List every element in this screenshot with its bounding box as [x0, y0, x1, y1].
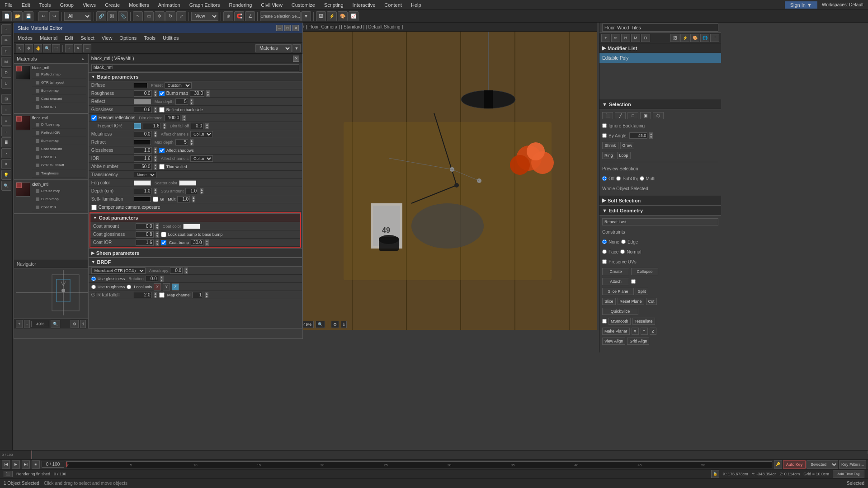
light-lister[interactable]: 💡	[1, 170, 11, 180]
coord-lock-btn[interactable]: 🔒	[711, 470, 719, 478]
menu-file[interactable]: File	[0, 1, 17, 9]
materials-list-content[interactable]: black_mtl Reflect map GTR tai layout Bum…	[14, 64, 88, 260]
mult-down[interactable]: ▼	[192, 199, 195, 202]
by-angle-input[interactable]	[629, 132, 647, 139]
menu-modifiers[interactable]: Modifiers	[124, 1, 154, 9]
rotate-btn[interactable]: ↻	[165, 11, 175, 21]
mat-thumb-2[interactable]	[16, 116, 30, 130]
mat-item-3[interactable]: cloth_mtl Diffuse map Bump map Coat IOR	[14, 180, 88, 214]
mat-item-2[interactable]: floor_mtl Diffuse map Reflect IOR Bump m…	[14, 114, 88, 180]
create-tool[interactable]: +	[1, 24, 11, 34]
motion-tool[interactable]: M	[1, 57, 11, 67]
mat-list-item-6[interactable]: Diffuse map	[32, 121, 86, 129]
slate-frame-btn[interactable]: ⬚	[52, 44, 60, 52]
rp-mat-btn[interactable]: 🎨	[690, 34, 699, 42]
vp-fit-btn[interactable]: 🔍	[316, 321, 325, 328]
quickslice-btn[interactable]: QuickSlice	[602, 308, 638, 315]
microfacet-dropdown[interactable]: Microfacet GTR (GGX)	[91, 267, 146, 274]
refract-color[interactable]	[134, 140, 151, 145]
reset-plane-btn[interactable]: Reset Plane	[618, 298, 644, 305]
bump-up[interactable]: ▲	[206, 90, 210, 94]
bump-map-input[interactable]	[190, 90, 204, 97]
slate-menu-options[interactable]: Options	[116, 34, 140, 42]
reflect-color[interactable]	[134, 99, 151, 104]
g2-up[interactable]: ▲	[154, 147, 157, 150]
mirror-tool[interactable]: ↔	[1, 105, 11, 115]
viewport-image[interactable]: 49 49% 🔍 ⚙ ℹ	[298, 32, 597, 330]
mat-list-item-10[interactable]: Coat IOR	[32, 153, 86, 161]
select-btn[interactable]: ↖	[133, 11, 143, 21]
sss-down[interactable]: ▼	[200, 191, 203, 194]
display-tool[interactable]: D	[1, 68, 11, 78]
rp-modify-btn[interactable]: ✏	[611, 34, 620, 42]
mat-list-item-13[interactable]: Diffuse map	[32, 187, 86, 195]
rp-more-btn[interactable]: ⋮	[710, 34, 719, 42]
by-angle-check[interactable]	[602, 133, 607, 138]
translucency-dropdown[interactable]: None	[134, 172, 156, 178]
md2-down[interactable]: ▼	[190, 142, 193, 145]
coat-bump-input[interactable]	[191, 239, 203, 246]
roughness-up[interactable]: ▲	[154, 90, 157, 94]
gi-check[interactable]	[153, 197, 158, 202]
gtr-spinner[interactable]: ▲ ▼	[154, 292, 157, 298]
aniso-spinner[interactable]: ▲ ▼	[184, 267, 188, 274]
align-tool[interactable]: ≡	[1, 116, 11, 126]
curve-tool[interactable]: ~	[1, 148, 11, 158]
slate-select-btn[interactable]: ↖	[16, 44, 24, 52]
menu-animation[interactable]: Animation	[154, 1, 185, 9]
coat-gloss-spinner[interactable]: ▲ ▼	[156, 231, 159, 238]
mat-list-item-2[interactable]: GTR tai layout	[32, 79, 86, 87]
abbe-spinner[interactable]: ▲ ▼	[154, 164, 157, 170]
mat-fit-btn[interactable]: 🔍	[51, 320, 60, 328]
selection-header[interactable]: ▼ Selection	[599, 99, 721, 109]
fresnel-check[interactable]	[91, 115, 97, 121]
maxd-down[interactable]: ▼	[190, 102, 193, 105]
menu-content[interactable]: Content	[380, 1, 406, 9]
split-btn[interactable]: Split	[636, 288, 648, 295]
thin-walled-check[interactable]	[159, 164, 165, 169]
ior-spinner[interactable]: ▲ ▼	[154, 155, 157, 162]
mat-list-item-1[interactable]: Reflect map	[32, 70, 86, 79]
mat-list-item-4[interactable]: Coat amount	[32, 95, 86, 103]
new-btn[interactable]: 📄	[2, 11, 12, 21]
lock-coat-check[interactable]	[161, 232, 166, 237]
select-region-btn[interactable]: ▭	[144, 11, 154, 21]
self-illum-color[interactable]	[134, 197, 151, 202]
x-axis-btn[interactable]: X	[154, 283, 161, 291]
close-btn[interactable]: ✕	[292, 25, 299, 31]
menu-civil-view[interactable]: Civil View	[256, 1, 287, 9]
dep-down[interactable]: ▼	[154, 191, 157, 194]
cut-btn[interactable]: Cut	[646, 298, 657, 305]
use-glossiness-radio[interactable]	[91, 277, 96, 281]
mult-up[interactable]: ▲	[192, 196, 195, 199]
ci-up[interactable]: ▲	[156, 239, 159, 243]
mult-input[interactable]	[177, 196, 190, 202]
depth-input[interactable]	[134, 188, 152, 194]
make-planar-btn[interactable]: Make Planar	[602, 328, 630, 335]
reflect-back-check[interactable]	[159, 107, 165, 113]
diffuse-color[interactable]	[134, 83, 147, 88]
use-roughness-radio[interactable]	[91, 285, 96, 289]
z-axis-btn[interactable]: Z	[172, 283, 179, 291]
render-frame-btn[interactable]: 🖼	[316, 11, 326, 21]
slate-assign-btn[interactable]: →	[83, 44, 91, 52]
preset-dropdown[interactable]: Custom	[165, 82, 192, 89]
slate-menu-tools[interactable]: Tools	[140, 34, 159, 42]
snap-toggle[interactable]: ⊞	[1, 94, 11, 104]
vp-settings-btn[interactable]: ⚙	[331, 321, 339, 328]
aniso-down[interactable]: ▼	[184, 271, 188, 274]
ang-down[interactable]: ▼	[649, 136, 653, 139]
menu-rendering[interactable]: Rendering	[225, 1, 257, 9]
bind-btn[interactable]: 📎	[118, 11, 128, 21]
fog-color[interactable]	[134, 180, 151, 186]
view-align-btn[interactable]: View Align	[602, 338, 625, 345]
unlink-btn[interactable]: ⛓	[107, 11, 117, 21]
fresnel-ior-input[interactable]	[143, 123, 161, 129]
gtr-up[interactable]: ▲	[154, 292, 157, 295]
undo-btn[interactable]: ↩	[38, 11, 48, 21]
element-btn[interactable]: ⬡	[653, 112, 664, 119]
tl-keyframe-btn[interactable]: 🔑	[774, 460, 782, 469]
cg-down[interactable]: ▼	[156, 235, 159, 238]
open-btn[interactable]: 📂	[13, 11, 23, 21]
scale-btn[interactable]: ⤢	[176, 11, 186, 21]
